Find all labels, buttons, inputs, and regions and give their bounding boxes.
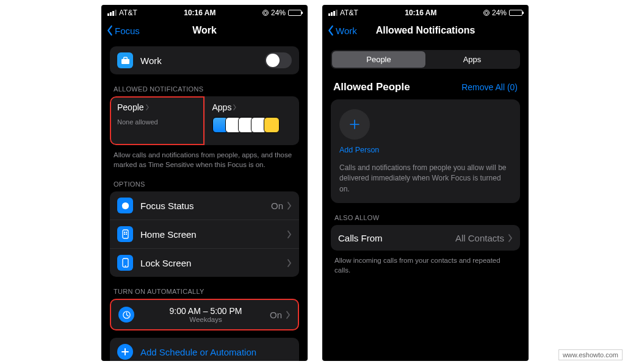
- briefcase-icon: [117, 52, 133, 68]
- section-auto: TURN ON AUTOMATICALLY: [114, 288, 295, 295]
- app-icon: [264, 117, 280, 133]
- svg-rect-5: [124, 232, 125, 233]
- status-bar: AT&T 10:16 AM 24%: [322, 5, 529, 20]
- battery-percent: 24%: [271, 9, 286, 17]
- clock-icon: [118, 307, 134, 323]
- options-card: Focus Status On Home Screen Lock Screen: [110, 191, 299, 277]
- seg-people[interactable]: People: [332, 51, 425, 68]
- allowed-footnote: Allow calls and notifications from peopl…: [114, 150, 295, 170]
- segmented-control: People Apps: [331, 50, 520, 69]
- nav-title: Allowed Notifications: [376, 25, 475, 36]
- also-allow-card: Calls From All Contacts: [331, 225, 520, 251]
- phone-left-work-focus: AT&T 10:16 AM 24% Focus Work: [101, 5, 308, 361]
- status-bar: AT&T 10:16 AM 24%: [101, 5, 308, 20]
- chevron-right-icon: [287, 202, 292, 210]
- back-button[interactable]: Focus: [106, 25, 140, 36]
- plus-circle-icon: [117, 344, 133, 360]
- calls-from-label: Calls From: [338, 233, 383, 243]
- svg-rect-6: [126, 232, 127, 233]
- nav-title: Work: [192, 25, 217, 36]
- schedule-card: 9:00 AM – 5:00 PM Weekdays On: [110, 299, 299, 330]
- phone-right-allowed-notifications: AT&T 10:16 AM 24% Work Allowed Notificat…: [322, 5, 529, 361]
- chevron-right-icon: [145, 104, 150, 110]
- add-schedule-button[interactable]: Add Schedule or Automation: [110, 338, 299, 361]
- allowed-people-card: Add Person Calls and notifications from …: [331, 99, 520, 203]
- carrier-label: AT&T: [119, 9, 137, 17]
- svg-point-10: [125, 265, 126, 266]
- chevron-right-icon: [233, 104, 237, 110]
- back-label: Work: [336, 26, 357, 36]
- lock-screen-icon: [117, 255, 133, 271]
- signal-icon: [328, 10, 338, 16]
- nav-bar: Work Allowed Notifications: [322, 20, 529, 41]
- allowed-people-button[interactable]: People None allowed: [110, 96, 204, 145]
- add-schedule-label: Add Schedule or Automation: [140, 347, 256, 357]
- svg-rect-4: [123, 230, 128, 238]
- focus-toggle-card: Work: [110, 46, 299, 74]
- svg-rect-1: [123, 57, 127, 59]
- orientation-lock-icon: [262, 10, 269, 16]
- seg-apps[interactable]: Apps: [425, 51, 519, 68]
- svg-point-3: [122, 206, 125, 209]
- carrier-label: AT&T: [340, 9, 358, 17]
- schedule-value: On: [270, 310, 282, 320]
- people-sub: None allowed: [117, 118, 197, 126]
- option-label: Home Screen: [140, 229, 197, 240]
- signal-icon: [107, 10, 117, 16]
- option-home-screen[interactable]: Home Screen: [110, 219, 299, 248]
- plus-circle-icon: [339, 109, 370, 140]
- add-person-label: Add Person: [339, 146, 379, 154]
- clock-label: 10:16 AM: [184, 9, 215, 17]
- svg-rect-7: [124, 234, 125, 235]
- home-screen-icon: [117, 226, 133, 242]
- allowed-people-desc: Calls and notifications from people you …: [339, 163, 511, 194]
- option-lock-screen[interactable]: Lock Screen: [110, 248, 299, 277]
- chevron-right-icon: [286, 311, 291, 319]
- option-label: Focus Status: [140, 201, 194, 211]
- allowed-people-header: Allowed People: [333, 81, 410, 93]
- clock-label: 10:16 AM: [405, 9, 436, 17]
- chevron-left-icon: [106, 25, 114, 36]
- chevron-left-icon: [327, 25, 334, 36]
- calls-from-footnote: Allow incoming calls from your contacts …: [334, 255, 516, 275]
- add-schedule-card: Add Schedule or Automation: [110, 338, 299, 361]
- section-also-allow: ALSO ALLOW: [334, 214, 516, 221]
- back-label: Focus: [115, 26, 140, 36]
- option-focus-status[interactable]: Focus Status On: [110, 191, 299, 219]
- allowed-apps-button[interactable]: Apps: [204, 96, 300, 145]
- nav-bar: Focus Work: [101, 20, 308, 41]
- focus-status-icon: [117, 198, 133, 213]
- section-options: OPTIONS: [114, 180, 295, 188]
- calls-from-row[interactable]: Calls From All Contacts: [331, 225, 520, 251]
- focus-name: Work: [140, 55, 162, 66]
- svg-rect-8: [126, 234, 127, 235]
- schedule-row[interactable]: 9:00 AM – 5:00 PM Weekdays On: [111, 300, 298, 329]
- remove-all-button[interactable]: Remove All (0): [461, 82, 518, 92]
- chevron-right-icon: [287, 230, 292, 238]
- chevron-right-icon: [287, 259, 292, 267]
- app-icons-row: [212, 117, 292, 133]
- watermark: www.eshowto.com: [558, 349, 623, 360]
- apps-label: Apps: [212, 102, 232, 112]
- battery-icon: [288, 10, 302, 16]
- battery-icon: [509, 10, 522, 16]
- add-person-button[interactable]: Add Person: [339, 109, 511, 154]
- orientation-lock-icon: [483, 10, 490, 16]
- allowed-notifications-card: People None allowed Apps: [110, 96, 299, 145]
- battery-percent: 24%: [492, 9, 507, 17]
- schedule-time: 9:00 AM – 5:00 PM: [169, 306, 242, 316]
- option-value: On: [271, 201, 283, 211]
- section-allowed-notifications: ALLOWED NOTIFICATIONS: [114, 85, 295, 93]
- chevron-right-icon: [508, 234, 513, 242]
- schedule-days: Weekdays: [189, 316, 222, 323]
- option-label: Lock Screen: [140, 258, 191, 268]
- back-button[interactable]: Work: [327, 25, 357, 36]
- focus-toggle[interactable]: [265, 52, 292, 68]
- people-label: People: [117, 102, 144, 112]
- calls-from-value: All Contacts: [455, 233, 504, 243]
